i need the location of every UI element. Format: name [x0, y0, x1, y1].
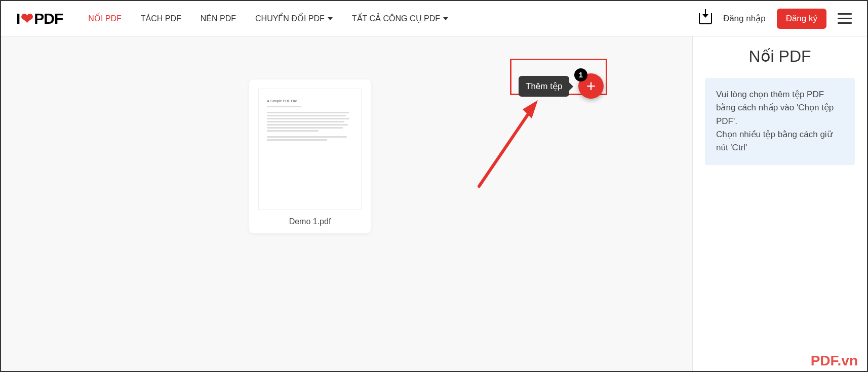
- nav-all-tools[interactable]: TẤT CẢ CÔNG CỤ PDF: [352, 14, 448, 23]
- info-line-2: Chọn nhiều tệp bằng cách giữ nút 'Ctrl': [716, 130, 833, 152]
- nav-compress[interactable]: NÉN PDF: [201, 14, 236, 23]
- svg-marker-1: [523, 100, 538, 118]
- logo[interactable]: I ❤ PDF: [16, 10, 63, 27]
- add-file-button[interactable]: 1 +: [578, 73, 604, 99]
- heart-icon: ❤: [21, 10, 33, 27]
- sidebar: Nối PDF Vui lòng chọn thêm tệp PDF bằng …: [692, 36, 867, 371]
- file-count-badge: 1: [574, 68, 587, 81]
- info-box: Vui lòng chọn thêm tệp PDF bằng cách nhấ…: [705, 78, 855, 165]
- nav-all-tools-label: TẤT CẢ CÔNG CỤ PDF: [352, 14, 440, 23]
- download-icon[interactable]: [699, 13, 712, 24]
- sidebar-title: Nối PDF: [705, 47, 855, 66]
- main-nav: NỐI PDF TÁCH PDF NÉN PDF CHUYỂN ĐỔI PDF …: [88, 14, 448, 23]
- nav-merge[interactable]: NỐI PDF: [88, 14, 121, 23]
- info-line-1: Vui lòng chọn thêm tệp PDF bằng cách nhấ…: [716, 90, 834, 126]
- header: I ❤ PDF NỐI PDF TÁCH PDF NÉN PDF CHUYỂN …: [1, 1, 867, 36]
- main: A Simple PDF File Demo 1.pdf Thêm tệp 1 …: [1, 36, 867, 371]
- header-right: Đăng nhập Đăng ký: [699, 9, 852, 29]
- svg-line-0: [479, 107, 533, 186]
- chevron-down-icon: [328, 17, 333, 20]
- nav-convert[interactable]: CHUYỂN ĐỔI PDF: [255, 14, 333, 23]
- chevron-down-icon: [443, 17, 448, 20]
- nav-convert-label: CHUYỂN ĐỔI PDF: [255, 14, 325, 23]
- file-card[interactable]: A Simple PDF File Demo 1.pdf: [249, 79, 371, 233]
- workspace: A Simple PDF File Demo 1.pdf Thêm tệp 1 …: [1, 36, 692, 371]
- plus-icon: +: [586, 78, 596, 94]
- file-preview: A Simple PDF File: [258, 89, 362, 210]
- file-name: Demo 1.pdf: [258, 217, 362, 226]
- login-link[interactable]: Đăng nhập: [723, 13, 766, 24]
- annotation-arrow-icon: [473, 96, 544, 192]
- add-file-tooltip: Thêm tệp: [519, 76, 569, 97]
- menu-icon[interactable]: [838, 13, 852, 24]
- logo-prefix: I: [16, 10, 20, 27]
- watermark: PDF.vn: [811, 353, 858, 369]
- nav-split[interactable]: TÁCH PDF: [141, 14, 181, 23]
- signup-button[interactable]: Đăng ký: [777, 9, 826, 29]
- logo-suffix: PDF: [34, 10, 63, 27]
- file-preview-title: A Simple PDF File: [267, 99, 353, 103]
